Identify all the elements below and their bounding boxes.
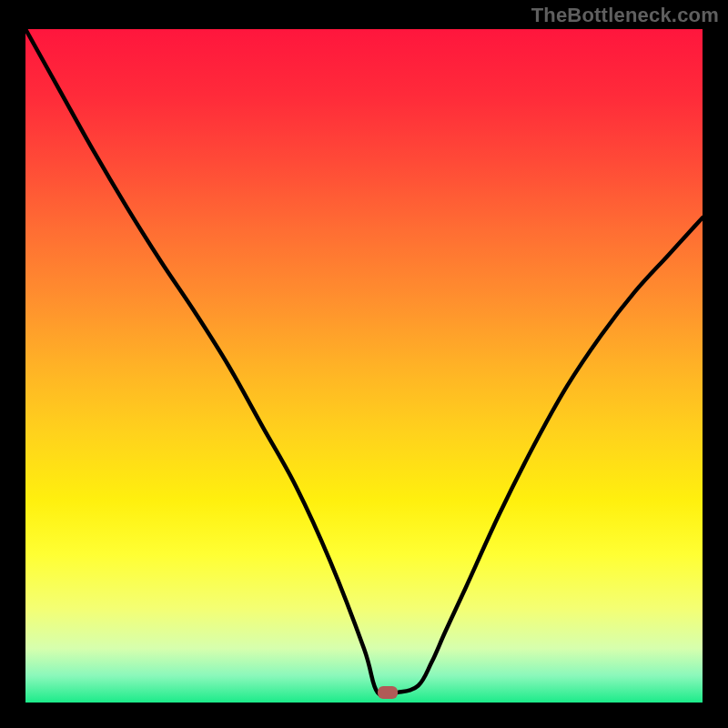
attribution-label: TheBottleneck.com bbox=[531, 4, 719, 27]
chart-frame: TheBottleneck.com bbox=[0, 0, 728, 728]
plot-svg bbox=[25, 29, 703, 703]
optimal-marker bbox=[378, 686, 398, 699]
gradient-background bbox=[25, 29, 703, 703]
plot-area bbox=[25, 29, 703, 703]
